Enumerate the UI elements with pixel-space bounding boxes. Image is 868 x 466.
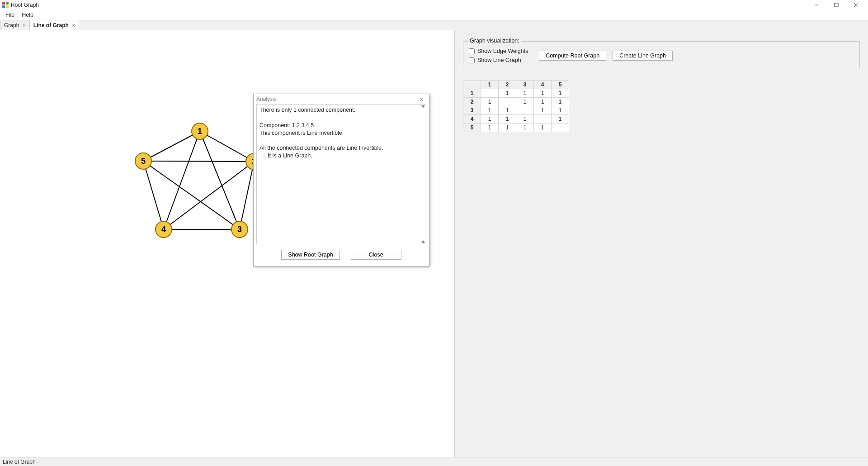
statusbar: Line of Graph - <box>0 457 868 466</box>
matrix-row-header: 3 <box>463 106 481 115</box>
dialog-titlebar[interactable]: Analysis × <box>254 94 429 104</box>
matrix-cell: 1 <box>534 124 552 132</box>
tabbar: Graph × Line of Graph × <box>0 20 868 30</box>
dialog-title: Analysis <box>256 96 277 102</box>
minimize-button[interactable] <box>807 0 826 10</box>
graph-edge <box>200 131 240 229</box>
graph-node-label: 1 <box>198 127 202 136</box>
matrix-cell: 1 <box>481 115 499 124</box>
titlebar: Root Graph <box>0 0 868 10</box>
compute-root-graph-button[interactable]: Compute Root Graph <box>539 51 606 61</box>
matrix-cell: 1 <box>516 89 534 98</box>
matrix-cell: 1 <box>516 124 534 132</box>
matrix-col-header: 1 <box>481 81 499 89</box>
tab-label: Line of Graph <box>33 22 69 29</box>
status-text: Line of Graph - <box>3 459 39 465</box>
matrix-cell: 1 <box>552 98 569 106</box>
show-line-graph-checkbox[interactable]: Show Line Graph <box>469 57 528 63</box>
graph-edge <box>164 131 200 229</box>
matrix-cell: 1 <box>499 115 516 124</box>
graph-node-label: 5 <box>141 157 146 166</box>
graph-edge <box>143 161 240 229</box>
show-root-graph-button[interactable]: Show Root Graph <box>281 250 340 260</box>
menu-file[interactable]: File <box>2 11 18 19</box>
group-legend: Graph visualization: <box>468 38 521 44</box>
svg-rect-3 <box>6 5 9 8</box>
matrix-row-header: 4 <box>463 115 481 124</box>
matrix-row-header: 5 <box>463 124 481 132</box>
close-icon[interactable]: × <box>23 23 25 28</box>
matrix-cell: 1 <box>534 106 552 115</box>
matrix-cell: 1 <box>481 98 499 106</box>
matrix-cell <box>552 124 569 132</box>
matrix-col-header: 4 <box>534 81 552 89</box>
graph-node-label: 3 <box>237 225 242 234</box>
checkbox-label: Show Edge Weights <box>477 48 528 54</box>
sidepanel: Graph visualization: Show Edge Weights S… <box>455 30 868 457</box>
svg-rect-2 <box>2 5 5 8</box>
checkbox-label: Show Line Graph <box>477 57 521 63</box>
matrix-cell: 1 <box>499 124 516 132</box>
graph-canvas[interactable]: 12345 Analysis × There is only 1 connect… <box>0 30 455 457</box>
tab-line-of-graph[interactable]: Line of Graph × <box>29 20 79 30</box>
matrix-cell: 1 <box>516 98 534 106</box>
matrix-cell <box>534 115 552 124</box>
matrix-col-header: 2 <box>499 81 516 89</box>
create-line-graph-button[interactable]: Create Line Graph <box>613 51 673 61</box>
dialog-close-icon[interactable]: × <box>417 95 426 103</box>
matrix-cell: 1 <box>499 89 516 98</box>
matrix-row-header: 1 <box>463 89 481 98</box>
svg-rect-1 <box>6 2 9 5</box>
matrix-cell: 1 <box>516 115 534 124</box>
adjacency-matrix: 123451111121111311114111151111 <box>463 80 569 132</box>
app-icon <box>2 1 9 9</box>
matrix-cell: 1 <box>481 106 499 115</box>
tab-label: Graph <box>4 22 19 29</box>
tab-graph[interactable]: Graph × <box>0 20 30 30</box>
close-dialog-button[interactable]: Close <box>351 250 401 260</box>
analysis-dialog: Analysis × There is only 1 connected com… <box>253 94 429 266</box>
show-edge-weights-checkbox[interactable]: Show Edge Weights <box>469 48 528 54</box>
maximize-button[interactable] <box>826 0 846 10</box>
graph-edge <box>200 131 254 162</box>
close-button[interactable] <box>846 0 866 10</box>
graph-edge <box>143 161 254 162</box>
line-graph-input[interactable] <box>469 57 475 63</box>
graph-node-label: 4 <box>161 225 166 234</box>
matrix-cell: 1 <box>499 106 516 115</box>
matrix-cell: 1 <box>552 106 569 115</box>
window-title: Root Graph <box>11 2 39 8</box>
matrix-cell <box>481 89 499 98</box>
matrix-cell: 1 <box>481 124 499 132</box>
matrix-cell <box>499 98 516 106</box>
svg-rect-0 <box>2 2 5 5</box>
matrix-cell: 1 <box>552 89 569 98</box>
matrix-col-header: 5 <box>552 81 569 89</box>
edge-weights-input[interactable] <box>469 48 475 54</box>
graph-visualization-group: Graph visualization: Show Edge Weights S… <box>463 41 860 68</box>
matrix-col-header: 3 <box>516 81 534 89</box>
graph-edge <box>240 162 254 229</box>
dialog-body[interactable]: There is only 1 connected component: Com… <box>256 104 426 244</box>
scrollbar[interactable] <box>421 105 425 243</box>
matrix-cell <box>516 106 534 115</box>
matrix-cell: 1 <box>534 89 552 98</box>
graph-edge <box>143 131 200 161</box>
menu-help[interactable]: Help <box>18 11 37 19</box>
close-icon[interactable]: × <box>72 23 75 28</box>
svg-rect-5 <box>835 3 838 7</box>
matrix-cell: 1 <box>552 115 569 124</box>
menubar: File Help <box>0 10 868 20</box>
graph-edge <box>143 161 164 229</box>
matrix-cell: 1 <box>534 98 552 106</box>
graph-edge <box>164 162 254 229</box>
matrix-row-header: 2 <box>463 98 481 106</box>
